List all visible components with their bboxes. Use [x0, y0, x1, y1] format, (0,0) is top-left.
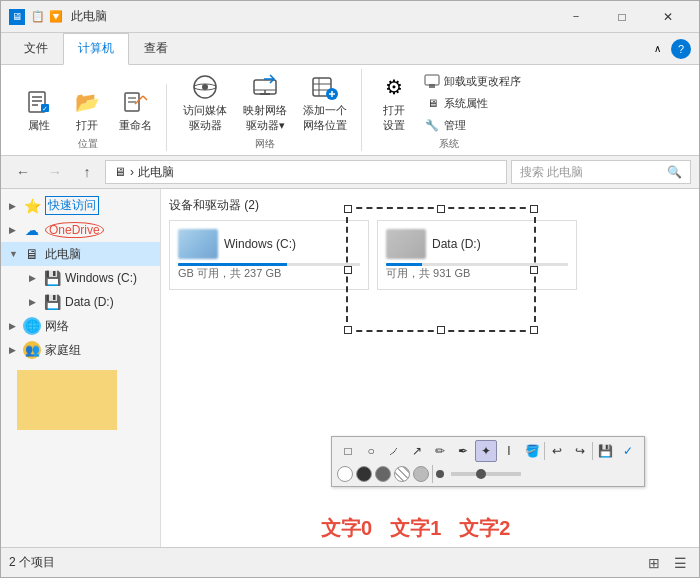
section-title-text: 设备和驱动器 (2) [169, 198, 259, 212]
expand-icon-onedrive: ▶ [9, 225, 21, 235]
expand-icon-homegroup: ▶ [9, 345, 21, 355]
draw-btn-fill[interactable]: 🪣 [521, 440, 543, 462]
sidebar: ▶ ⭐ 快速访问 ▶ ☁ OneDrive ▼ 🖥 此电脑 ▶ 💾 Window… [1, 189, 161, 547]
sidebar-item-onedrive[interactable]: ▶ ☁ OneDrive [1, 218, 160, 242]
status-view-buttons: ⊞ ☰ [643, 552, 691, 574]
main-area: ▶ ⭐ 快速访问 ▶ ☁ OneDrive ▼ 🖥 此电脑 ▶ 💾 Window… [1, 189, 699, 547]
draw-btn-save[interactable]: 💾 [594, 440, 616, 462]
draw-btn-rectangle[interactable]: □ [337, 440, 359, 462]
color-white[interactable] [337, 466, 353, 482]
ribbon-group-items-network: 访问媒体 驱动器 映射网络 驱动器▾ [177, 69, 353, 135]
media-icon [189, 71, 221, 103]
draw-btn-arrow[interactable]: ↗ [406, 440, 428, 462]
color-pattern[interactable] [394, 466, 410, 482]
address-path[interactable]: 🖥 › 此电脑 [105, 160, 507, 184]
maximize-button[interactable]: □ [599, 1, 645, 33]
ribbon-group-properties: ✓ 属性 📂 打开 [9, 84, 167, 151]
color-dark[interactable] [356, 466, 372, 482]
help-button[interactable]: ? [671, 39, 691, 59]
ribbon-btn-media[interactable]: 访问媒体 驱动器 [177, 69, 233, 135]
system-props-icon: 🖥 [424, 95, 440, 111]
ribbon-btn-map-network[interactable]: 映射网络 驱动器▾ [237, 69, 293, 135]
view-btn-large-icons[interactable]: ⊞ [643, 552, 665, 574]
title-bar-controls: － □ ✕ [553, 1, 691, 33]
bottom-label-1: 文字1 [390, 515, 441, 542]
color-gray[interactable] [375, 466, 391, 482]
size-slider[interactable] [451, 472, 521, 476]
open-icon: 📂 [71, 86, 103, 118]
drive-item-c[interactable]: Windows (C:) GB 可用，共 237 GB [169, 220, 369, 290]
search-box[interactable]: 搜索 此电脑 🔍 [511, 160, 691, 184]
forward-button[interactable]: → [41, 160, 69, 184]
system-props-label: 系统属性 [444, 96, 488, 111]
map-network-icon [249, 71, 281, 103]
ribbon-btn-add-network[interactable]: 添加一个 网络位置 [297, 69, 353, 135]
ribbon-btn-uninstall[interactable]: 卸载或更改程序 [420, 71, 525, 91]
tab-view[interactable]: 查看 [129, 33, 183, 64]
size-indicator [436, 470, 444, 478]
window-icon: 🖥 [9, 9, 25, 25]
sidebar-item-homegroup[interactable]: ▶ 👥 家庭组 [1, 338, 160, 362]
draw-btn-crosshatch[interactable]: ✦ [475, 440, 497, 462]
ribbon-btn-settings[interactable]: ⚙ 打开 设置 [372, 69, 416, 135]
system-group-label: 系统 [439, 137, 459, 151]
draw-btn-undo[interactable]: ↩ [546, 440, 568, 462]
svg-point-13 [202, 84, 208, 90]
draw-btn-text[interactable]: I [498, 440, 520, 462]
search-placeholder: 搜索 此电脑 [520, 164, 583, 181]
ribbon-btn-rename[interactable]: 重命名 [113, 84, 158, 135]
draw-btn-redo[interactable]: ↪ [569, 440, 591, 462]
ribbon-btn-system-props[interactable]: 🖥 系统属性 [420, 93, 525, 113]
drives-grid: Windows (C:) GB 可用，共 237 GB Data (D:) [169, 220, 691, 290]
ribbon-collapse-button[interactable]: ∧ [647, 39, 667, 59]
sidebar-label-network: 网络 [45, 318, 69, 335]
separator-1 [544, 442, 545, 460]
up-button[interactable]: ↑ [73, 160, 101, 184]
properties-label: 属性 [28, 118, 50, 133]
color-light[interactable] [413, 466, 429, 482]
address-bar: ← → ↑ 🖥 › 此电脑 搜索 此电脑 🔍 [1, 156, 699, 189]
back-button[interactable]: ← [9, 160, 37, 184]
ribbon-btn-open[interactable]: 📂 打开 [65, 84, 109, 135]
minimize-button[interactable]: － [553, 1, 599, 33]
content-area: 设备和驱动器 (2) Windows (C:) GB 可用，共 237 GB [161, 189, 699, 547]
sidebar-item-data-d[interactable]: ▶ 💾 Data (D:) [1, 290, 160, 314]
sidebar-item-windows-c[interactable]: ▶ 💾 Windows (C:) [1, 266, 160, 290]
sidebar-item-this-pc[interactable]: ▼ 🖥 此电脑 [1, 242, 160, 266]
draw-btn-line[interactable]: ⟋ [383, 440, 405, 462]
draw-btn-ellipse[interactable]: ○ [360, 440, 382, 462]
ribbon-btn-properties[interactable]: ✓ 属性 [17, 84, 61, 135]
view-btn-details[interactable]: ☰ [669, 552, 691, 574]
uninstall-label: 卸载或更改程序 [444, 74, 521, 89]
drive-item-d[interactable]: Data (D:) 可用，共 931 GB [377, 220, 577, 290]
draw-btn-pen[interactable]: ✒ [452, 440, 474, 462]
ribbon-btn-manage[interactable]: 🔧 管理 [420, 115, 525, 135]
open-label: 打开 [76, 118, 98, 133]
sidebar-label-data-d: Data (D:) [65, 295, 114, 309]
sidebar-label-windows-c: Windows (C:) [65, 271, 137, 285]
tab-computer[interactable]: 计算机 [63, 33, 129, 65]
draw-btn-confirm[interactable]: ✓ [617, 440, 639, 462]
draw-btn-pencil[interactable]: ✏ [429, 440, 451, 462]
manage-label: 管理 [444, 118, 466, 133]
ribbon-content: ✓ 属性 📂 打开 [1, 65, 699, 156]
drawing-colors-row [337, 465, 639, 483]
size-slider-thumb[interactable] [476, 469, 486, 479]
expand-icon-windows-c: ▶ [29, 273, 41, 283]
sidebar-item-network[interactable]: ▶ 🌐 网络 [1, 314, 160, 338]
expand-icon-this-pc: ▼ [9, 249, 21, 259]
close-button[interactable]: ✕ [645, 1, 691, 33]
separator-2 [592, 442, 593, 460]
svg-rect-27 [425, 75, 439, 85]
search-icon: 🔍 [667, 165, 682, 179]
section-title: 设备和驱动器 (2) [169, 197, 691, 214]
data-d-icon: 💾 [43, 293, 61, 311]
network-icon: 🌐 [23, 317, 41, 335]
sidebar-label-quick-access: 快速访问 [45, 196, 99, 215]
drive-top-c: Windows (C:) [178, 229, 360, 259]
ribbon-tabs: 文件 计算机 查看 ∧ ? [1, 33, 699, 65]
drive-info-c: Windows (C:) [224, 237, 360, 251]
tab-file[interactable]: 文件 [9, 33, 63, 64]
svg-line-9 [143, 96, 147, 100]
sidebar-item-quick-access[interactable]: ▶ ⭐ 快速访问 [1, 193, 160, 218]
